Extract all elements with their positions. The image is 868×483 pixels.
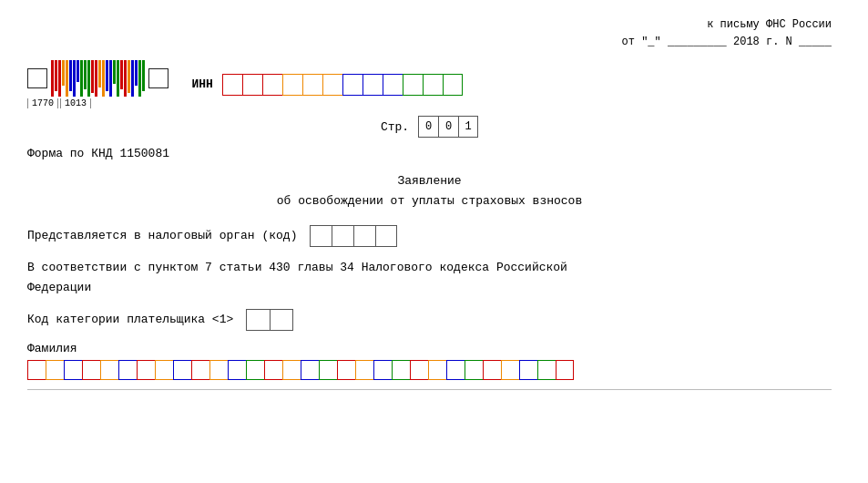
- surname-cell-30[interactable]: [556, 360, 574, 380]
- inn-cell-3[interactable]: [262, 74, 282, 96]
- surname-cell-2[interactable]: [46, 360, 64, 380]
- article-block: В соответствии с пунктом 7 статьи 430 гл…: [27, 258, 832, 298]
- surname-cell-3[interactable]: [64, 360, 82, 380]
- article-line1: В соответствии с пунктом 7 статьи 430 гл…: [27, 258, 832, 278]
- surname-cell-19[interactable]: [355, 360, 373, 380]
- surname-cell-4[interactable]: [82, 360, 100, 380]
- barcode-left-box: [27, 68, 47, 88]
- surname-cell-29[interactable]: [537, 360, 556, 380]
- header-row: 1770 1013 ИНН: [27, 60, 832, 108]
- tax-organ-label: Представляется в налоговый орган (код): [27, 229, 297, 242]
- inn-cell-4[interactable]: [282, 74, 302, 96]
- barcode-numbers: 1770 1013: [27, 98, 91, 108]
- surname-cell-16[interactable]: [301, 360, 319, 380]
- inn-area: ИНН: [192, 74, 463, 96]
- tax-cell-4[interactable]: [375, 225, 397, 247]
- top-right-reference: к письму ФНС России от "_" _________ 201…: [27, 16, 832, 51]
- inn-cell-11[interactable]: [423, 74, 443, 96]
- surname-cell-10[interactable]: [191, 360, 209, 380]
- barcode-segment1: 1770: [27, 98, 58, 108]
- inn-cells[interactable]: [222, 74, 463, 96]
- tax-cell-2[interactable]: [332, 225, 353, 247]
- inn-cell-2[interactable]: [242, 74, 262, 96]
- inn-label: ИНН: [192, 77, 213, 91]
- surname-cell-17[interactable]: [319, 360, 337, 380]
- inn-cell-8[interactable]: [363, 74, 383, 96]
- surname-cell-1[interactable]: [27, 360, 46, 380]
- tax-organ-cells[interactable]: [310, 225, 397, 247]
- inn-cell-10[interactable]: [403, 74, 423, 96]
- tax-cell-3[interactable]: [353, 225, 375, 247]
- page-cell-3[interactable]: 1: [458, 116, 478, 138]
- surname-cell-15[interactable]: [282, 360, 301, 380]
- inn-cell-12[interactable]: [443, 74, 463, 96]
- inn-cell-9[interactable]: [383, 74, 403, 96]
- surname-cell-11[interactable]: [209, 360, 228, 380]
- surname-cell-24[interactable]: [446, 360, 465, 380]
- surname-label: Фамилия: [27, 342, 832, 355]
- code-category-label: Код категории плательщика <1>: [27, 313, 233, 326]
- page: к письму ФНС России от "_" _________ 201…: [0, 0, 868, 483]
- code-cell-1[interactable]: [246, 309, 270, 331]
- barcode-lines: [51, 60, 145, 97]
- bottom-divider: [27, 389, 832, 390]
- surname-cell-13[interactable]: [246, 360, 264, 380]
- surname-cell-26[interactable]: [483, 360, 501, 380]
- tax-cell-1[interactable]: [310, 225, 332, 247]
- code-category-row: Код категории плательщика <1>: [27, 309, 832, 331]
- page-number-row: Стр. 0 0 1: [27, 116, 832, 138]
- surname-cell-5[interactable]: [100, 360, 118, 380]
- surname-cell-18[interactable]: [337, 360, 355, 380]
- surname-cell-12[interactable]: [228, 360, 246, 380]
- surname-cells[interactable]: [27, 360, 832, 380]
- page-cell-2[interactable]: 0: [438, 116, 458, 138]
- surname-cell-7[interactable]: [137, 360, 155, 380]
- title-line2: об освобождении от уплаты страховых взно…: [27, 191, 832, 211]
- form-knd: Форма по КНД 1150081: [27, 147, 832, 160]
- inn-cell-7[interactable]: [342, 74, 363, 96]
- tax-organ-row: Представляется в налоговый орган (код): [27, 225, 832, 247]
- inn-cell-6[interactable]: [322, 74, 342, 96]
- barcode-segment2: 1013: [60, 98, 91, 108]
- title-block: Заявление об освобождении от уплаты стра…: [27, 171, 832, 211]
- title-line1: Заявление: [27, 171, 832, 191]
- inn-cell-1[interactable]: [222, 74, 242, 96]
- surname-cell-8[interactable]: [155, 360, 173, 380]
- page-cells[interactable]: 0 0 1: [418, 116, 478, 138]
- surname-cell-23[interactable]: [428, 360, 446, 380]
- surname-cell-28[interactable]: [519, 360, 537, 380]
- surname-cell-22[interactable]: [410, 360, 428, 380]
- surname-cell-21[interactable]: [392, 360, 410, 380]
- reference-line1: к письму ФНС России: [27, 16, 832, 34]
- surname-row: Фамилия: [27, 342, 832, 380]
- reference-line2: от "_" _________ 2018 г. N _____: [27, 34, 832, 51]
- barcode-area: 1770 1013: [27, 60, 168, 108]
- page-label: Стр.: [381, 120, 409, 134]
- inn-cell-5[interactable]: [302, 74, 322, 96]
- code-category-cells[interactable]: [246, 309, 293, 331]
- surname-cell-27[interactable]: [501, 360, 519, 380]
- surname-cell-20[interactable]: [373, 360, 392, 380]
- surname-cell-25[interactable]: [465, 360, 483, 380]
- surname-cell-9[interactable]: [173, 360, 191, 380]
- surname-cell-14[interactable]: [264, 360, 282, 380]
- page-cell-1[interactable]: 0: [418, 116, 438, 138]
- surname-cell-6[interactable]: [118, 360, 137, 380]
- code-cell-2[interactable]: [270, 309, 293, 331]
- barcode-right-box: [148, 68, 168, 88]
- article-line2: Федерации: [27, 278, 832, 298]
